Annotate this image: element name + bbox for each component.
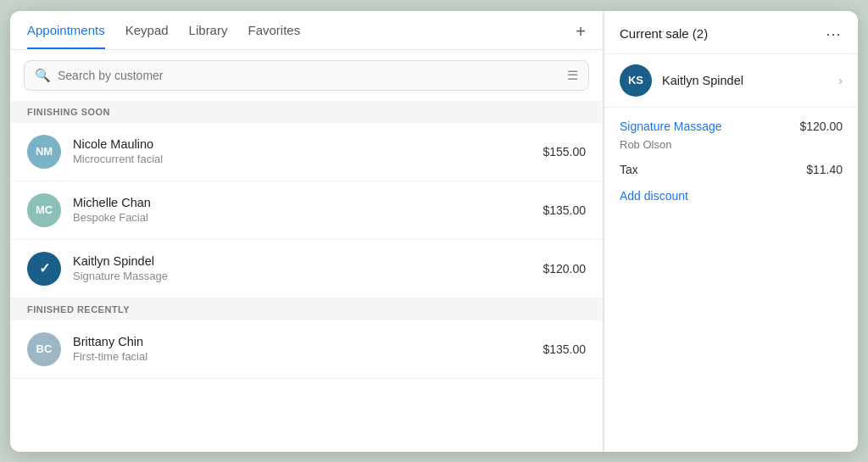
avatar: BC <box>27 332 61 366</box>
add-tab-button[interactable]: + <box>576 23 586 48</box>
sale-provider: Rob Olson <box>620 138 843 151</box>
item-name: Kaitlyn Spindel <box>73 254 542 268</box>
item-service: Microcurrent facial <box>73 153 542 165</box>
item-service: Bespoke Facial <box>73 211 542 224</box>
tabs-bar: Appointments Keypad Library Favorites + <box>10 11 603 50</box>
appointment-item[interactable]: NM Nicole Maulino Microcurrent facial $1… <box>10 123 603 181</box>
item-price: $135.00 <box>542 342 586 356</box>
app-container: Appointments Keypad Library Favorites + … <box>10 11 858 452</box>
search-input[interactable] <box>58 69 567 82</box>
search-icon: 🔍 <box>35 68 51 83</box>
item-name: Nicole Maulino <box>73 137 542 151</box>
customer-row[interactable]: KS Kaitlyn Spindel › <box>604 54 858 108</box>
customer-avatar-initials: KS <box>628 74 643 86</box>
more-options-icon[interactable]: ⋯ <box>826 25 843 43</box>
item-service: First-time facial <box>73 350 542 363</box>
sale-tax-amount: $11.40 <box>806 163 843 176</box>
left-panel: Appointments Keypad Library Favorites + … <box>10 11 604 452</box>
right-panel: Current sale (2) ⋯ KS Kaitlyn Spindel › … <box>604 11 858 452</box>
sale-title: Current sale (2) <box>620 26 708 41</box>
item-info: Brittany Chin First-time facial <box>73 335 542 363</box>
avatar-initials: BC <box>36 342 53 355</box>
sale-service-line: Signature Massage $120.00 <box>620 120 843 133</box>
item-price: $155.00 <box>542 145 586 159</box>
tab-appointments[interactable]: Appointments <box>27 23 105 49</box>
item-price: $135.00 <box>542 203 586 217</box>
item-service: Signature Massage <box>73 270 542 282</box>
section-finishing-soon: FINISHING SOON <box>10 101 603 123</box>
avatar-checked: ✓ <box>27 252 61 286</box>
appointment-item-selected[interactable]: ✓ Kaitlyn Spindel Signature Massage $120… <box>10 240 603 298</box>
sale-tax-label: Tax <box>620 163 638 176</box>
item-info: Nicole Maulino Microcurrent facial <box>73 137 542 165</box>
search-bar: 🔍 ☰ <box>24 60 589 91</box>
avatar-initials: MC <box>36 203 53 216</box>
item-price: $120.00 <box>542 262 586 276</box>
tab-keypad[interactable]: Keypad <box>125 23 169 49</box>
customer-name: Kaitlyn Spindel <box>662 74 838 87</box>
sale-service-name[interactable]: Signature Massage <box>620 120 722 133</box>
add-discount-button[interactable]: Add discount <box>620 189 688 203</box>
sale-service-price: $120.00 <box>799 120 843 133</box>
checkmark-icon: ✓ <box>39 260 50 276</box>
sale-header: Current sale (2) ⋯ <box>604 11 858 54</box>
appointment-item[interactable]: MC Michelle Chan Bespoke Facial $135.00 <box>10 181 603 240</box>
tab-library[interactable]: Library <box>189 23 228 49</box>
avatar-initials: NM <box>36 145 53 158</box>
item-name: Michelle Chan <box>73 196 542 209</box>
filter-icon[interactable]: ☰ <box>567 68 578 83</box>
sale-tax-row: Tax $11.40 <box>620 163 843 176</box>
item-info: Kaitlyn Spindel Signature Massage <box>73 254 542 282</box>
section-finished-recently: FINISHED RECENTLY <box>10 298 603 320</box>
sale-body: Signature Massage $120.00 Rob Olson Tax … <box>604 108 858 452</box>
chevron-right-icon: › <box>838 73 843 87</box>
avatar: NM <box>27 135 61 169</box>
avatar: MC <box>27 193 61 227</box>
tab-favorites[interactable]: Favorites <box>248 23 300 49</box>
appointment-item[interactable]: BC Brittany Chin First-time facial $135.… <box>10 320 603 379</box>
item-info: Michelle Chan Bespoke Facial <box>73 196 542 224</box>
customer-avatar: KS <box>620 64 652 97</box>
item-name: Brittany Chin <box>73 335 542 348</box>
